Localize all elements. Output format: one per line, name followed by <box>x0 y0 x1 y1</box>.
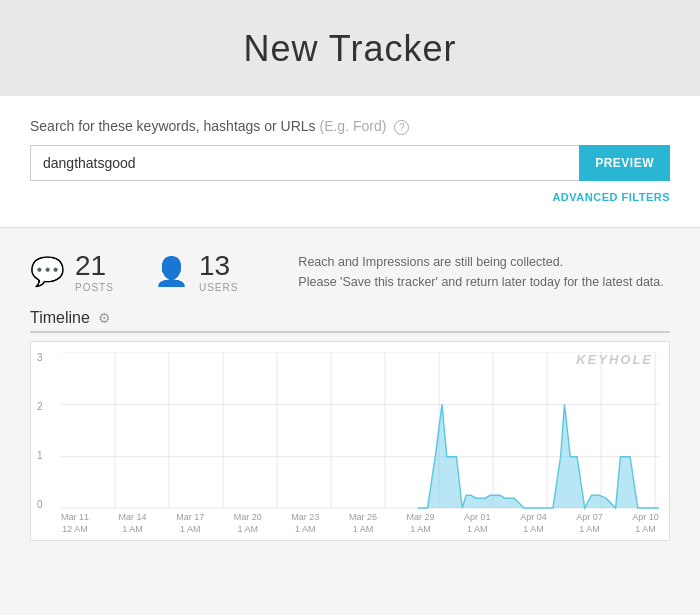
stats-section: 💬 21 POSTS 👤 13 USERS Reach and Impressi… <box>0 228 700 309</box>
gear-icon[interactable]: ⚙ <box>98 310 111 326</box>
timeline-title: Timeline <box>30 309 90 327</box>
users-label: USERS <box>199 282 238 293</box>
preview-button[interactable]: PREVIEW <box>579 145 670 181</box>
chart-watermark: KEYHOLE <box>576 352 653 367</box>
posts-count: 21 <box>75 252 114 280</box>
posts-label: POSTS <box>75 282 114 293</box>
y-axis: 3 2 1 0 <box>37 352 43 510</box>
users-stat: 👤 13 USERS <box>154 252 238 293</box>
search-card: Search for these keywords, hashtags or U… <box>0 96 700 228</box>
chart-svg <box>61 352 659 510</box>
help-icon[interactable]: ? <box>394 120 409 135</box>
timeline-header: Timeline ⚙ <box>30 309 670 333</box>
posts-icon: 💬 <box>30 258 65 286</box>
search-label: Search for these keywords, hashtags or U… <box>30 118 670 135</box>
posts-stat: 💬 21 POSTS <box>30 252 114 293</box>
page-title: New Tracker <box>20 28 680 70</box>
x-axis: Mar 1112 AM Mar 141 AM Mar 171 AM Mar 20… <box>61 512 659 535</box>
timeline-section: Timeline ⚙ KEYHOLE 3 2 1 0 <box>0 309 700 561</box>
users-icon: 👤 <box>154 258 189 286</box>
search-row: PREVIEW <box>30 145 670 181</box>
advanced-filters-link: ADVANCED FILTERS <box>30 187 670 205</box>
search-input[interactable] <box>30 145 579 181</box>
users-count: 13 <box>199 252 238 280</box>
chart-container: KEYHOLE 3 2 1 0 <box>30 341 670 541</box>
page-header: New Tracker <box>0 0 700 96</box>
stats-notice: Reach and Impressions are still being co… <box>278 252 670 292</box>
